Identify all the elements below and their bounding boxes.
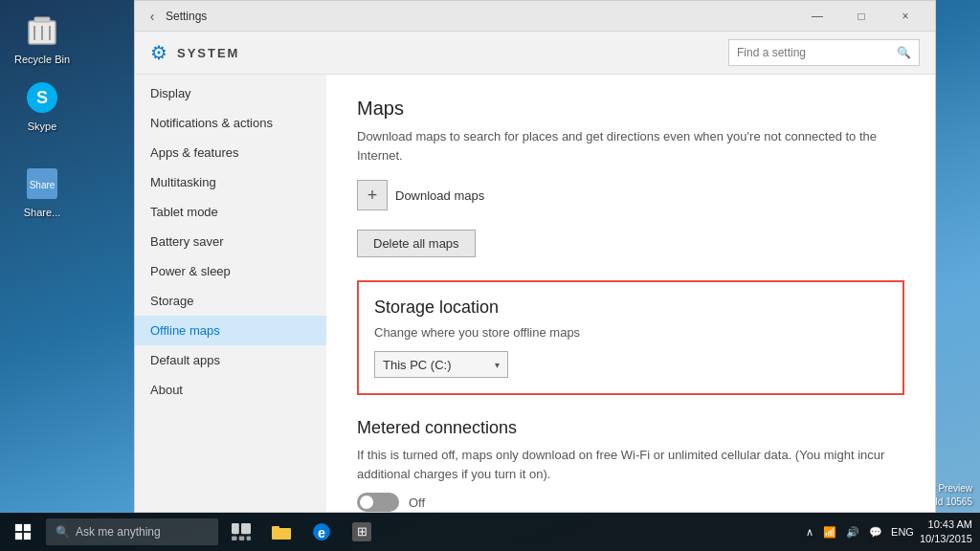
svg-rect-12: [24, 533, 31, 540]
sidebar-item-tablet[interactable]: Tablet mode: [135, 197, 326, 227]
sidebar-item-power[interactable]: Power & sleep: [135, 256, 326, 286]
metered-toggle[interactable]: [357, 493, 399, 512]
chevron-down-icon: ▾: [495, 360, 500, 370]
sys-tray-icons: ∧ 📶 🔊 💬: [803, 526, 885, 539]
storage-location-title: Storage location: [374, 298, 887, 318]
sidebar-item-about-label: About: [150, 383, 183, 397]
recycle-bin-label: Recycle Bin: [14, 54, 70, 65]
task-view-icon: [232, 522, 251, 541]
search-input[interactable]: [737, 46, 897, 59]
sidebar-item-tablet-label: Tablet mode: [150, 205, 218, 219]
sidebar-item-battery[interactable]: Battery saver: [135, 227, 326, 256]
title-bar: ‹ Settings — □ ×: [135, 1, 935, 32]
sidebar-item-offline-maps[interactable]: Offline maps: [135, 316, 326, 345]
nav-controls: ‹: [143, 7, 162, 26]
file-explorer-button[interactable]: [262, 513, 301, 551]
svg-text:S: S: [36, 88, 48, 107]
download-maps-label: Download maps: [395, 188, 484, 203]
clock-time: 10:43 AM: [920, 518, 972, 532]
svg-rect-9: [15, 524, 22, 531]
skype-label: Skype: [28, 121, 57, 132]
action-center-icon[interactable]: 💬: [866, 526, 885, 539]
maps-description: Download maps to search for places and g…: [357, 127, 904, 165]
search-icon: 🔍: [897, 46, 911, 59]
metered-toggle-label: Off: [409, 496, 425, 510]
sidebar-item-storage[interactable]: Storage: [135, 286, 326, 316]
toggle-knob: [360, 496, 373, 509]
metered-toggle-row: Off: [357, 493, 904, 512]
storage-location-value: This PC (C:): [383, 358, 452, 372]
taskbar-search[interactable]: 🔍 Ask me anything: [46, 518, 218, 545]
maps-title: Maps: [357, 98, 904, 120]
sidebar-item-display-label: Display: [150, 86, 191, 100]
windows-logo-icon: [14, 523, 32, 540]
svg-rect-14: [241, 523, 251, 534]
download-maps-button[interactable]: + Download maps: [357, 180, 904, 210]
gear-icon: ⚙: [150, 41, 167, 64]
back-button[interactable]: ‹: [143, 7, 162, 26]
sidebar-item-storage-label: Storage: [150, 294, 194, 308]
clock[interactable]: 10:43 AM 10/13/2015: [920, 518, 972, 547]
network-icon[interactable]: 📶: [820, 526, 839, 539]
sidebar-item-about[interactable]: About: [135, 375, 326, 405]
search-box[interactable]: 🔍: [728, 39, 920, 66]
file-explorer-icon: [272, 522, 291, 541]
metered-description: If this is turned off, maps only downloa…: [357, 446, 904, 483]
main-content: Maps Download maps to search for places …: [326, 75, 935, 512]
metered-title: Metered connections: [357, 418, 904, 438]
svg-text:⊞: ⊞: [357, 524, 368, 539]
sidebar-item-multitasking[interactable]: Multitasking: [135, 167, 326, 197]
sidebar-item-notifications-label: Notifications & actions: [150, 116, 273, 130]
window-title: Settings: [166, 10, 207, 23]
skype-icon: S: [23, 78, 61, 117]
svg-rect-15: [232, 536, 237, 540]
edge-icon: e: [312, 522, 331, 541]
window-controls: — □ ×: [795, 1, 927, 32]
taskbar-search-icon: 🔍: [56, 525, 70, 539]
desktop: Recycle Bin S Skype Share Share... ‹ Set…: [0, 0, 980, 551]
close-button[interactable]: ×: [883, 1, 927, 32]
svg-text:Share: Share: [30, 180, 56, 190]
desktop-icon-share[interactable]: Share Share...: [8, 161, 77, 222]
storage-location-section: Storage location Change where you store …: [357, 280, 904, 395]
system-title: SYSTEM: [177, 46, 239, 60]
sidebar-item-multitasking-label: Multitasking: [150, 175, 216, 189]
system-tray: ∧ 📶 🔊 💬 ENG 10:43 AM 10/13/2015: [803, 518, 980, 547]
chevron-up-icon[interactable]: ∧: [803, 526, 816, 539]
task-view-button[interactable]: [222, 513, 260, 551]
minimize-button[interactable]: —: [795, 1, 839, 32]
language-indicator[interactable]: ENG: [891, 526, 914, 538]
share-label: Share...: [24, 207, 61, 218]
sidebar-item-apps-label: Apps & features: [150, 145, 239, 160]
desktop-icon-recycle-bin[interactable]: Recycle Bin: [8, 8, 77, 69]
storage-location-select[interactable]: This PC (C:) ▾: [374, 351, 508, 378]
maximize-button[interactable]: □: [839, 1, 883, 32]
svg-rect-13: [232, 523, 239, 534]
sidebar-item-default-apps[interactable]: Default apps: [135, 345, 326, 375]
sidebar-item-notifications[interactable]: Notifications & actions: [135, 108, 326, 138]
taskbar: 🔍 Ask me anything: [0, 513, 980, 551]
start-button[interactable]: [0, 513, 46, 551]
svg-rect-1: [34, 17, 50, 22]
volume-icon[interactable]: 🔊: [843, 526, 862, 539]
desktop-icon-skype[interactable]: S Skype: [8, 75, 77, 136]
sidebar-item-display[interactable]: Display: [135, 78, 326, 108]
svg-rect-19: [272, 526, 279, 530]
storage-location-desc: Change where you store offline maps: [374, 325, 887, 340]
sidebar-item-battery-label: Battery saver: [150, 234, 224, 249]
sidebar-item-power-label: Power & sleep: [150, 264, 231, 278]
settings-window: ‹ Settings — □ × ⚙ SYSTEM 🔍: [134, 0, 936, 513]
taskbar-app-icons: e ⊞: [222, 513, 381, 551]
content-area: Display Notifications & actions Apps & f…: [135, 75, 935, 512]
delete-all-button[interactable]: Delete all maps: [357, 230, 476, 257]
edge-browser-button[interactable]: e: [302, 513, 341, 551]
svg-rect-10: [24, 524, 31, 531]
settings-taskbar-button[interactable]: ⊞: [343, 513, 381, 551]
sidebar-item-apps[interactable]: Apps & features: [135, 138, 326, 167]
sidebar-item-offline-maps-label: Offline maps: [150, 323, 220, 338]
svg-text:e: e: [318, 525, 325, 540]
clock-date: 10/13/2015: [920, 532, 972, 546]
svg-rect-11: [15, 533, 22, 540]
system-header: ⚙ SYSTEM 🔍: [135, 32, 935, 75]
svg-rect-17: [247, 536, 251, 540]
